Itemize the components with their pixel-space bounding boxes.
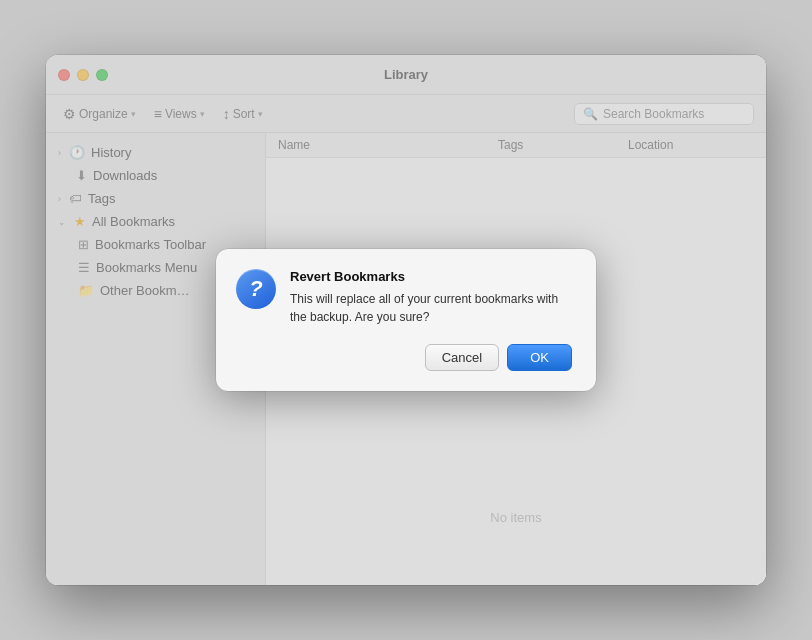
dialog-icon-container: ? [236, 269, 276, 309]
dialog-title: Revert Bookmarks [290, 269, 572, 284]
cancel-button[interactable]: Cancel [425, 344, 499, 371]
dialog-body: ? Revert Bookmarks This will replace all… [236, 269, 572, 326]
dialog-buttons: Cancel OK [236, 344, 572, 371]
question-icon: ? [236, 269, 276, 309]
revert-bookmarks-dialog: ? Revert Bookmarks This will replace all… [216, 249, 596, 391]
library-window: Library ⚙ Organize ▾ ≡ Views ▾ ↕ Sort ▾ … [46, 55, 766, 585]
dialog-message: This will replace all of your current bo… [290, 290, 572, 326]
question-mark: ? [249, 276, 262, 302]
ok-button[interactable]: OK [507, 344, 572, 371]
dialog-text: Revert Bookmarks This will replace all o… [290, 269, 572, 326]
